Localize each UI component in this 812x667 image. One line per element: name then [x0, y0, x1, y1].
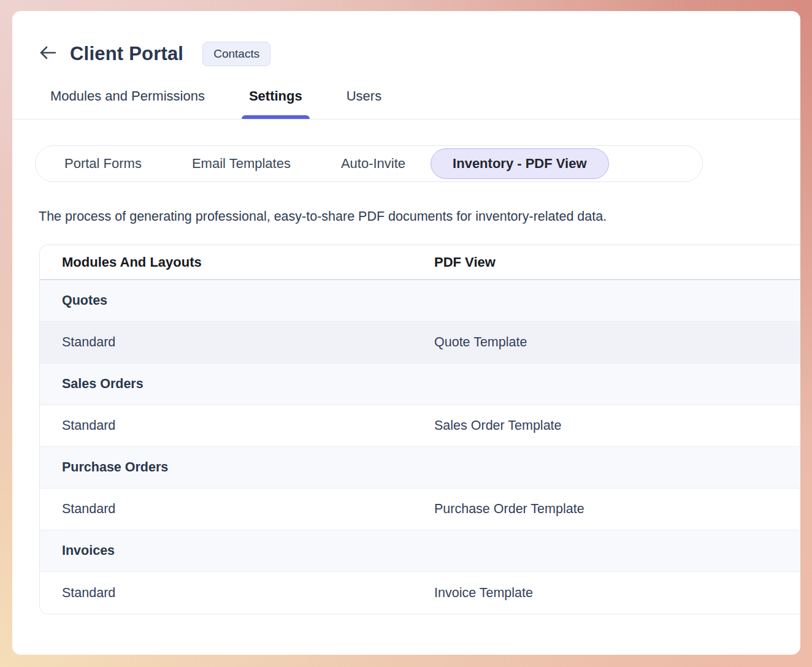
table-row: Invoices — [40, 530, 800, 572]
table-row[interactable]: Standard Purchase Order Template — [40, 489, 800, 530]
table-row[interactable]: Standard Sales Order Template — [40, 405, 800, 447]
layout-name: Standard — [40, 335, 434, 350]
client-portal-card: Client Portal Contacts Modules and Permi… — [12, 11, 800, 655]
table-header-row: Modules And Layouts PDF View — [40, 245, 800, 280]
back-button[interactable] — [37, 43, 59, 65]
table-row[interactable]: Standard Invoice Template — [40, 572, 800, 614]
settings-subtabs: Portal Forms Email Templates Auto-Invite… — [35, 145, 703, 182]
module-group-label: Quotes — [40, 293, 434, 308]
pdf-view-table: Modules And Layouts PDF View Quotes Stan… — [39, 245, 800, 614]
module-group-label: Purchase Orders — [40, 460, 434, 475]
main-tabs: Modules and Permissions Settings Users — [12, 88, 800, 120]
tab-users[interactable]: Users — [347, 88, 381, 119]
page-title: Client Portal — [70, 43, 183, 65]
table-row: Purchase Orders — [40, 447, 800, 489]
tab-modules-and-permissions[interactable]: Modules and Permissions — [50, 88, 205, 119]
subtab-auto-invite[interactable]: Auto-Invite — [316, 148, 431, 179]
pdf-view-value[interactable]: Quote Template — [434, 335, 800, 350]
layout-name: Standard — [40, 585, 434, 601]
section-description: The process of generating professional, … — [39, 209, 800, 224]
table-row: Quotes — [40, 280, 800, 322]
module-group-label: Sales Orders — [40, 376, 434, 392]
layout-name: Standard — [40, 418, 434, 433]
tab-settings[interactable]: Settings — [249, 88, 302, 119]
module-group-label: Invoices — [40, 543, 434, 558]
arrow-left-icon — [39, 45, 57, 63]
contacts-badge[interactable]: Contacts — [202, 42, 270, 66]
subtab-email-templates[interactable]: Email Templates — [167, 148, 316, 179]
pdf-view-value[interactable]: Invoice Template — [434, 585, 800, 601]
subtab-inventory-pdf-view[interactable]: Inventory - PDF View — [431, 148, 608, 179]
subtab-portal-forms[interactable]: Portal Forms — [39, 148, 167, 179]
page-header: Client Portal Contacts — [37, 42, 800, 66]
pdf-view-value[interactable]: Purchase Order Template — [434, 501, 800, 517]
table-row[interactable]: Standard Quote Template — [40, 322, 800, 364]
table-row: Sales Orders — [40, 364, 800, 405]
column-header-modules-and-layouts: Modules And Layouts — [40, 254, 434, 270]
layout-name: Standard — [40, 501, 434, 517]
pdf-view-value[interactable]: Sales Order Template — [434, 418, 800, 433]
column-header-pdf-view: PDF View — [434, 254, 800, 270]
